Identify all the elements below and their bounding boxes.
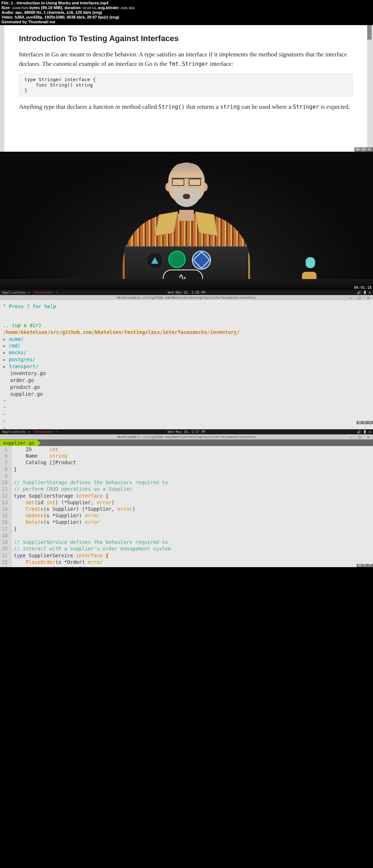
code-line[interactable]: 21type SupplierService interface {: [0, 552, 373, 559]
window-controls[interactable]: ‒ □ ×: [350, 296, 372, 300]
dir-item[interactable]: ▸ mocks/: [3, 349, 370, 356]
up-dir[interactable]: .. (up a dir): [3, 322, 370, 329]
code-line[interactable]: 6 Name string: [0, 453, 373, 459]
code-line[interactable]: 7 Catalog []Product: [0, 459, 373, 466]
code-block-stringer: type Stringer interface { func String() …: [19, 73, 353, 96]
code-editor[interactable]: 5 ID int6 Name string7 Catalog []Product…: [0, 446, 373, 567]
terminal-titlebar: bketelsen@lic:~/src/github.com/bketelsen…: [0, 295, 373, 300]
file-item[interactable]: inventory.go: [10, 370, 370, 377]
clock: Wed May 10, 1:26 PM: [168, 291, 205, 294]
slide-para-2: Anything type that declares a function o…: [19, 102, 353, 112]
gnome-topbar[interactable]: Applications ▾ Terminator ▾ Wed May 10, …: [0, 290, 373, 295]
code-line[interactable]: 20// interact with a supplier's order ma…: [0, 545, 373, 552]
video-frame: 00:01:18: [0, 152, 373, 290]
slide-para-1: Interfaces in Go are meant to describe b…: [19, 50, 353, 68]
current-path: /home/bketelsen/src/github.com/bketelsen…: [3, 329, 370, 336]
code-line[interactable]: 10// SupplierStorage defines the behavio…: [0, 479, 373, 486]
arch-sticker-icon: [146, 252, 163, 269]
code-line[interactable]: 19// SupplierService defines the behavio…: [0, 539, 373, 545]
code-line[interactable]: 9: [0, 473, 373, 479]
size-label: Size:: [1, 5, 12, 10]
code-line[interactable]: 17}: [0, 526, 373, 532]
code-line[interactable]: 11// perform CRUD operations on a Suppli…: [0, 486, 373, 492]
code-line[interactable]: 15 Update(s *Supplier) error: [0, 512, 373, 519]
file-item[interactable]: product.go: [10, 384, 370, 391]
code-line[interactable]: 18: [0, 532, 373, 539]
file-item[interactable]: supplier.go: [10, 391, 370, 398]
kubernetes-sticker-icon: [192, 251, 211, 270]
code-line[interactable]: 23 GetStatus(o *Order) error: [0, 565, 373, 567]
code-line[interactable]: 14 Create(s Supplier) (*Supplier, error): [0, 506, 373, 512]
code-line[interactable]: 22 PlaceOrder(o *Order) error: [0, 559, 373, 565]
timestamp-2: 00:01:18: [353, 285, 373, 290]
audio-label: Audio:: [1, 10, 15, 15]
code-line[interactable]: 5 ID int: [0, 446, 373, 453]
code-line[interactable]: 16 Delete(s *Supplier) error: [0, 519, 373, 525]
slide-frame: Introduction To Testing Against Interfac…: [0, 25, 373, 152]
file-name: 1 - Introduction to Using Mocks and Inte…: [11, 1, 109, 5]
terminal-editor: Applications ▾ Terminator ▾ Wed May 10, …: [0, 429, 373, 567]
scrollbar[interactable]: [367, 25, 373, 152]
filename-badge: supplier.go: [0, 440, 37, 446]
generated-by: Generated by Thumbnail me: [1, 20, 372, 24]
dir-item[interactable]: ▸ cmd/: [3, 342, 370, 349]
dir-item[interactable]: ▸ postgres/: [3, 356, 370, 363]
timestamp-4: 00:01:27: [357, 564, 373, 567]
tray-icons[interactable]: 🔊 🔋 ⚙: [357, 291, 371, 294]
file-item[interactable]: order.go: [10, 377, 370, 384]
code-line[interactable]: 8}: [0, 466, 373, 473]
gnome-topbar-2[interactable]: Applications ▾ Terminator ▾ Wed May 10, …: [0, 429, 373, 434]
terminal-nerdtree: Applications ▾ Terminator ▾ Wed May 10, …: [0, 290, 373, 429]
dir-item[interactable]: ▸ acme/: [3, 336, 370, 343]
code-line[interactable]: 12type SupplierStorage interface {: [0, 493, 373, 499]
dir-item[interactable]: ▸ transport/: [3, 363, 370, 370]
terminal-titlebar-2: bketelsen@lic:~/src/github.com/bketelsen…: [0, 434, 373, 439]
terminator-menu[interactable]: Terminator ▾: [34, 291, 58, 294]
help-text: Press ? for help: [9, 303, 56, 309]
video-label: Video:: [1, 15, 15, 19]
caddy-sticker-icon: [168, 251, 186, 268]
media-info-header: File: 1 - Introduction to Using Mocks an…: [0, 0, 373, 25]
slide-title: Introduction To Testing Against Interfac…: [19, 34, 353, 43]
timestamp-3: 00:01:24: [357, 421, 373, 424]
code-line[interactable]: 13 Get(id int) (*Supplier, error): [0, 499, 373, 506]
file-label: File:: [1, 1, 11, 5]
timestamp-1: 00:00:06: [354, 147, 373, 152]
